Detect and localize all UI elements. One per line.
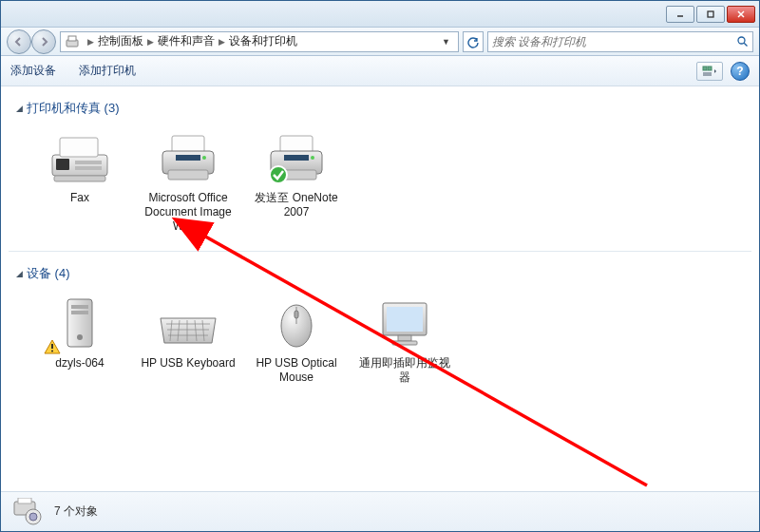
search-icon xyxy=(736,35,749,48)
group-title: 打印机和传真 (3) xyxy=(27,100,120,117)
svg-rect-15 xyxy=(75,161,102,164)
forward-button[interactable] xyxy=(31,29,56,54)
svg-point-32 xyxy=(77,334,83,340)
forward-icon xyxy=(38,36,49,48)
minimize-icon xyxy=(675,10,685,19)
device-item-onenote-printer[interactable]: 发送至 OneNote 2007 xyxy=(244,124,349,238)
devices-summary-icon xyxy=(10,497,45,527)
svg-point-6 xyxy=(738,37,745,44)
explorer-window: ▶ 控制面板 ▶ 硬件和声音 ▶ 设备和打印机 ▼ 添加设备 添加打印机 ? xyxy=(0,0,760,532)
help-icon: ? xyxy=(736,65,743,78)
default-check-icon xyxy=(268,164,289,185)
svg-point-54 xyxy=(29,513,37,521)
devices-items: dzyls-064 HP USB Keyboard xyxy=(9,290,751,389)
computer-tower-icon xyxy=(46,294,114,352)
close-icon xyxy=(736,10,746,19)
device-item-pc[interactable]: dzyls-064 xyxy=(28,290,132,389)
maximize-button[interactable] xyxy=(696,6,725,23)
breadcrumb-segment[interactable]: 设备和打印机 xyxy=(229,33,297,49)
group-title: 设备 (4) xyxy=(27,265,70,282)
mouse-icon xyxy=(262,294,331,352)
add-printer-button[interactable]: 添加打印机 xyxy=(79,63,136,79)
printers-items: Fax Microsoft Office Document Image Writ… xyxy=(9,124,751,238)
svg-point-27 xyxy=(311,156,314,160)
address-bar: ▶ 控制面板 ▶ 硬件和声音 ▶ 设备和打印机 ▼ xyxy=(1,28,759,56)
collapse-icon: ◢ xyxy=(16,269,23,278)
item-label: HP USB Optical Mouse xyxy=(248,356,345,385)
devices-printers-icon xyxy=(65,34,80,49)
refresh-button[interactable] xyxy=(463,31,484,52)
breadcrumb-dropdown[interactable]: ▼ xyxy=(438,37,454,47)
item-label: 通用即插即用监视器 xyxy=(356,356,453,385)
svg-rect-13 xyxy=(60,138,98,157)
warning-icon xyxy=(44,339,61,354)
close-button[interactable] xyxy=(727,6,755,23)
svg-rect-23 xyxy=(280,136,313,153)
collapse-icon: ◢ xyxy=(16,104,23,113)
svg-point-22 xyxy=(202,156,206,160)
printer-default-icon xyxy=(262,128,331,187)
svg-rect-14 xyxy=(56,159,69,170)
breadcrumb-segment[interactable]: 硬件和声音 xyxy=(158,33,215,49)
svg-rect-49 xyxy=(392,341,417,345)
svg-line-7 xyxy=(744,43,747,46)
svg-rect-31 xyxy=(71,311,88,314)
item-label: dzyls-064 xyxy=(55,356,104,370)
device-item-keyboard[interactable]: HP USB Keyboard xyxy=(136,290,240,389)
svg-rect-5 xyxy=(68,36,76,41)
breadcrumb-segment[interactable]: 控制面板 xyxy=(98,33,143,49)
details-pane: 7 个对象 xyxy=(1,491,759,531)
svg-rect-30 xyxy=(71,305,88,309)
maximize-icon xyxy=(706,10,715,19)
svg-rect-20 xyxy=(168,170,208,180)
titlebar xyxy=(1,1,759,28)
chevron-right-icon: ▶ xyxy=(147,37,154,47)
search-input[interactable] xyxy=(492,35,736,48)
monitor-icon xyxy=(370,294,439,352)
device-item-fax[interactable]: Fax xyxy=(28,124,132,238)
view-icon xyxy=(702,66,717,77)
svg-rect-17 xyxy=(54,176,105,181)
nav-buttons xyxy=(7,29,56,54)
svg-rect-48 xyxy=(398,335,411,341)
item-label: HP USB Keyboard xyxy=(141,356,235,370)
window-controls xyxy=(666,6,755,23)
svg-rect-45 xyxy=(294,311,298,318)
back-icon xyxy=(13,36,25,48)
svg-rect-21 xyxy=(176,155,200,161)
minimize-button[interactable] xyxy=(666,6,694,23)
refresh-icon xyxy=(466,35,480,48)
chevron-right-icon: ▶ xyxy=(218,37,225,47)
command-bar: 添加设备 添加打印机 ? xyxy=(1,56,759,86)
printer-icon xyxy=(154,128,222,187)
status-object-count: 7 个对象 xyxy=(54,504,98,520)
svg-rect-26 xyxy=(284,155,309,161)
group-header-printers[interactable]: ◢ 打印机和传真 (3) xyxy=(9,96,751,124)
svg-point-28 xyxy=(270,166,287,183)
svg-rect-9 xyxy=(708,66,712,70)
group-header-devices[interactable]: ◢ 设备 (4) xyxy=(9,261,751,290)
item-label: Fax xyxy=(70,191,89,205)
svg-rect-47 xyxy=(387,307,423,332)
group-divider xyxy=(9,251,751,252)
svg-rect-1 xyxy=(708,11,713,17)
view-options-button[interactable] xyxy=(696,62,723,81)
keyboard-icon xyxy=(154,294,222,352)
fax-icon xyxy=(46,128,114,187)
search-box[interactable] xyxy=(487,31,753,52)
svg-rect-8 xyxy=(703,66,707,70)
chevron-right-icon: ▶ xyxy=(87,37,94,47)
device-item-msoffice-printer[interactable]: Microsoft Office Document Image Writer xyxy=(136,124,240,238)
add-device-button[interactable]: 添加设备 xyxy=(10,63,56,79)
content-area: ◢ 打印机和传真 (3) Fax xyxy=(1,86,759,491)
help-button[interactable]: ? xyxy=(731,62,750,81)
breadcrumb[interactable]: ▶ 控制面板 ▶ 硬件和声音 ▶ 设备和打印机 ▼ xyxy=(60,31,459,52)
item-label: Microsoft Office Document Image Writer xyxy=(140,191,237,234)
svg-point-34 xyxy=(51,351,53,352)
device-item-mouse[interactable]: HP USB Optical Mouse xyxy=(244,290,349,389)
svg-rect-52 xyxy=(18,498,31,504)
device-item-monitor[interactable]: 通用即插即用监视器 xyxy=(352,290,457,389)
back-button[interactable] xyxy=(7,29,31,54)
svg-rect-16 xyxy=(75,166,102,170)
item-label: 发送至 OneNote 2007 xyxy=(248,191,345,219)
